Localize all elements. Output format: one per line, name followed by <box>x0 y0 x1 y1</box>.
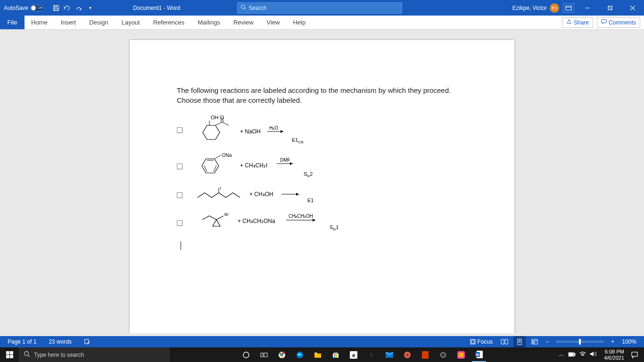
app-lightning-icon[interactable] <box>364 347 379 362</box>
qat-customize-icon[interactable]: ▾ <box>85 3 95 13</box>
chevron-up-icon[interactable]: ︿ <box>559 351 564 359</box>
workspace[interactable]: The following reactions are labeled acco… <box>0 30 644 333</box>
svg-rect-88 <box>574 354 575 355</box>
word-icon[interactable]: W <box>472 347 486 362</box>
search-icon <box>24 351 30 359</box>
page-indicator[interactable]: Page 1 of 1 <box>5 336 39 347</box>
reaction-row-4: Br + CH₃CH₂ONa CH₃CH₂OH SN1 <box>177 211 467 235</box>
app-orange-icon[interactable] <box>400 347 414 362</box>
svg-line-16 <box>215 122 222 125</box>
svg-point-61 <box>243 352 249 358</box>
checkbox-4[interactable] <box>177 220 182 226</box>
chrome-icon[interactable] <box>275 347 289 362</box>
task-view-icon[interactable] <box>257 347 271 362</box>
svg-line-4 <box>244 8 246 9</box>
svg-rect-83 <box>459 353 463 357</box>
tab-design[interactable]: Design <box>83 16 115 29</box>
reaction-row-1: OH O + NaOH H₂O E1CB <box>177 114 467 147</box>
obs-icon[interactable] <box>436 347 450 362</box>
print-layout-icon[interactable] <box>513 336 526 347</box>
edge-icon[interactable] <box>293 347 307 362</box>
wifi-icon[interactable] <box>579 351 586 358</box>
status-right: Focus − + 100% <box>467 336 639 347</box>
title-bar-right: Ezikpe, Victor EV <box>512 0 644 16</box>
reaction-2-diagram: ONa + CH₃CH₂I DMF SN2 <box>193 153 334 179</box>
svg-rect-71 <box>336 354 337 356</box>
avatar: EV <box>550 3 559 13</box>
checkbox-2[interactable] <box>177 164 182 169</box>
quick-access-toolbar: ▾ <box>48 3 95 13</box>
tab-view[interactable]: View <box>260 16 287 29</box>
undo-icon[interactable] <box>62 3 73 13</box>
svg-marker-47 <box>313 219 315 222</box>
tab-help[interactable]: Help <box>286 16 312 29</box>
date: 4/6/2021 <box>604 355 624 361</box>
svg-text:OH    O: OH O <box>211 115 224 120</box>
maximize-button[interactable] <box>601 0 619 16</box>
comments-button[interactable]: Comments <box>597 17 640 28</box>
svg-marker-34 <box>290 162 293 165</box>
svg-rect-58 <box>533 342 535 343</box>
zoom-level[interactable]: 100% <box>619 336 639 347</box>
volume-icon[interactable] <box>590 351 596 358</box>
svg-text:H₂O: H₂O <box>269 125 278 131</box>
tabs-right: Share Comments <box>562 16 644 29</box>
svg-text:+  CH₃CH₂ONa: + CH₃CH₂ONa <box>238 218 275 224</box>
zoom-in-button[interactable]: + <box>609 338 616 345</box>
redo-icon[interactable] <box>74 3 84 13</box>
document-page[interactable]: The following reactions are labeled acco… <box>130 40 514 333</box>
notification-icon[interactable] <box>628 351 641 359</box>
text-cursor <box>181 241 181 250</box>
cortana-icon[interactable] <box>239 347 253 362</box>
ribbon-tabs: File Home Insert Design Layout Reference… <box>0 16 644 30</box>
word-count[interactable]: 23 words <box>46 336 74 347</box>
zoom-slider[interactable] <box>556 341 603 343</box>
reaction-row-2: ONa + CH₃CH₂I DMF SN2 <box>177 153 467 179</box>
svg-rect-63 <box>264 353 267 357</box>
file-tab[interactable]: File <box>0 16 25 29</box>
zoom-out-button[interactable]: − <box>544 338 551 345</box>
close-button[interactable] <box>623 0 642 16</box>
spellcheck-icon[interactable] <box>81 336 93 347</box>
battery-icon[interactable] <box>568 352 576 358</box>
ribbon-display-options-icon[interactable] <box>563 3 574 13</box>
checkbox-1[interactable] <box>177 127 182 133</box>
title-bar: AutoSave Off ▾ Document1 - Word Search E… <box>0 0 644 16</box>
read-mode-icon[interactable] <box>498 336 511 347</box>
svg-text:E1CB: E1CB <box>292 137 304 144</box>
app-red-icon[interactable] <box>418 347 432 362</box>
checkbox-3[interactable] <box>177 192 182 198</box>
user-account[interactable]: Ezikpe, Victor EV <box>512 3 559 13</box>
tab-home[interactable]: Home <box>25 16 54 29</box>
system-tray[interactable]: ︿ <box>555 351 600 359</box>
share-button[interactable]: Share <box>562 17 593 28</box>
clock[interactable]: 6:08 PM 4/6/2021 <box>600 349 628 360</box>
svg-text:a: a <box>352 352 355 358</box>
minimize-button[interactable] <box>578 0 597 16</box>
app-a-icon[interactable]: a <box>347 347 361 362</box>
svg-text:CH₃CH₂OH: CH₃CH₂OH <box>289 214 313 219</box>
svg-point-3 <box>241 5 245 9</box>
toggle-off-icon: Off <box>30 5 44 11</box>
svg-line-17 <box>222 122 229 125</box>
start-button[interactable] <box>0 347 19 362</box>
mail-icon[interactable] <box>382 347 396 362</box>
tab-review[interactable]: Review <box>227 16 260 29</box>
focus-mode-button[interactable]: Focus <box>467 336 496 347</box>
taskbar-search[interactable]: Type here to search <box>19 347 170 362</box>
tab-references[interactable]: References <box>147 16 191 29</box>
app-rainbow-icon[interactable] <box>454 347 468 362</box>
web-layout-icon[interactable] <box>528 336 541 347</box>
search-box[interactable]: Search <box>237 2 402 14</box>
autosave-toggle[interactable]: AutoSave Off <box>0 5 48 11</box>
save-icon[interactable] <box>51 3 61 13</box>
svg-text:E1: E1 <box>307 197 314 203</box>
tab-mailings[interactable]: Mailings <box>191 16 227 29</box>
tab-layout[interactable]: Layout <box>115 16 147 29</box>
svg-text:SN1: SN1 <box>330 224 339 231</box>
file-explorer-icon[interactable] <box>311 347 325 362</box>
taskbar-search-placeholder: Type here to search <box>34 352 84 358</box>
tab-insert[interactable]: Insert <box>54 16 83 29</box>
svg-rect-52 <box>518 339 521 345</box>
store-icon[interactable] <box>329 347 343 362</box>
